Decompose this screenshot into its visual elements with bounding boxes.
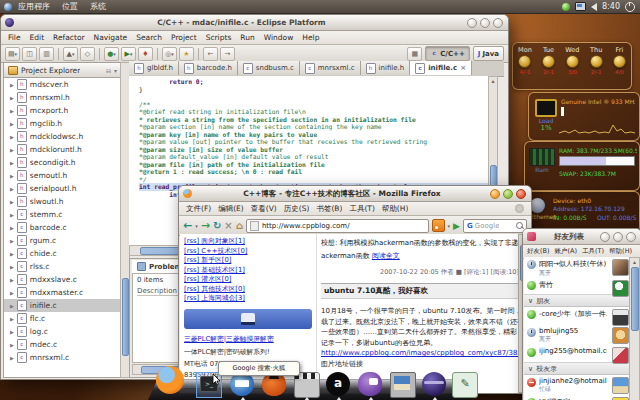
url-bar[interactable]: http://www.cppblog.com/: [246, 219, 429, 233]
forward-button[interactable]: →: [201, 219, 210, 232]
distro-logo-icon[interactable]: [4, 3, 12, 11]
forum-link[interactable]: [rss] C++技术区[0]: [184, 247, 312, 257]
navigate-forward-button[interactable]: →: [220, 47, 235, 61]
menu-window[interactable]: Window: [264, 33, 294, 42]
close-button[interactable]: [493, 18, 503, 28]
buddy-row[interactable]: 阳阳→似人科技(午休)离开: [524, 257, 631, 278]
scrollbar-thumb[interactable]: [122, 278, 129, 356]
buddylist-scrollbar[interactable]: ▴: [629, 257, 640, 400]
forum-link[interactable]: [rss] 灌水区[0]: [184, 275, 312, 285]
tree-item[interactable]: ▶crgum.c: [4, 234, 121, 247]
perspective-cpp[interactable]: cC/C++: [425, 46, 470, 61]
tree-item[interactable]: ▶cmdxxmaster.c: [4, 286, 121, 299]
minimize-button[interactable]: [600, 232, 610, 242]
tree-item[interactable]: ▶cbarcode.c: [4, 221, 121, 234]
eclipse-dock-icon[interactable]: [422, 372, 446, 396]
network-icon[interactable]: [575, 2, 586, 11]
tree-item[interactable]: ▶cmdxxslave.c: [4, 273, 121, 286]
minimize-button[interactable]: [490, 189, 500, 199]
perspective-java[interactable]: JJava: [473, 46, 504, 61]
buddy-row[interactable]: ijing255@hotmail.com: [524, 345, 631, 362]
power-icon[interactable]: [625, 2, 635, 12]
menu-help[interactable]: 帮助(H): [382, 204, 409, 214]
maximize-button[interactable]: [613, 232, 623, 242]
menu-search[interactable]: Search: [136, 33, 162, 42]
close-button[interactable]: [626, 232, 636, 242]
new-class-button[interactable]: ◇: [80, 47, 95, 61]
firefox-titlebar[interactable]: C++博客 - 专注C++技术的博客社区 - Mozilla Firefox: [179, 186, 531, 202]
tree-item[interactable]: ▶cmdec.c: [4, 338, 121, 351]
search-box[interactable]: G Google: [463, 219, 527, 233]
image-viewer-dock-icon[interactable]: [390, 372, 416, 398]
editor-tab[interactable]: cmnrsxml.c: [300, 61, 361, 75]
collapse-all-icon[interactable]: ⊟: [106, 67, 111, 74]
buddy-row[interactable]: UU聊天室 ☺: [524, 395, 631, 400]
open-perspective-button[interactable]: ▦: [407, 47, 422, 61]
external-tools-button[interactable]: ♦: [138, 47, 153, 61]
menu-buddies[interactable]: 好友(B): [527, 247, 550, 256]
tree-item[interactable]: ▶hserialpoutl.h: [4, 182, 121, 195]
ad-link[interactable]: 三菱PLC解密|三菱触摸屏解密: [184, 334, 312, 344]
run-button[interactable]: ▶▾: [121, 47, 136, 61]
menu-run[interactable]: Run: [240, 33, 254, 42]
print-button[interactable]: ▥: [39, 47, 54, 61]
menu-history[interactable]: 历史(S): [284, 204, 310, 214]
menu-edit[interactable]: 编辑(E): [218, 204, 244, 214]
menu-file[interactable]: File: [8, 33, 21, 42]
forum-link[interactable]: [rss] 新手区[0]: [184, 256, 312, 266]
buddy-row[interactable]: 青竹: [524, 278, 631, 294]
menu-system[interactable]: 系统: [84, 0, 112, 13]
tree-item[interactable]: ▶crlss.c: [4, 260, 121, 273]
media-player-dock-icon[interactable]: [294, 372, 320, 398]
volume-icon[interactable]: [591, 3, 597, 11]
menu-navigate[interactable]: Navigate: [94, 33, 128, 42]
tree-item[interactable]: ▶clog.c: [4, 325, 121, 338]
menu-scripts[interactable]: Scripts: [206, 33, 232, 42]
menu-bookmarks[interactable]: 书签(B): [316, 204, 342, 214]
read-more-link[interactable]: 阅读全文: [372, 252, 400, 260]
tree-item[interactable]: ▶hslwoutl.h: [4, 195, 121, 208]
buddy-row[interactable]: bmlujing55离开: [524, 325, 631, 345]
pidgin-dock-icon[interactable]: [358, 372, 382, 396]
forum-link[interactable]: [rss] 面向对象区[1]: [184, 237, 312, 247]
buddylist-titlebar[interactable]: 好友列表: [523, 229, 640, 245]
tree-item[interactable]: ▶hmnrsxml.h: [4, 91, 121, 104]
tree-item[interactable]: ▶hmcxport.h: [4, 104, 121, 117]
menu-refactor[interactable]: Refactor: [53, 33, 84, 42]
close-button[interactable]: [516, 189, 526, 199]
build-button[interactable]: ▲▾: [63, 47, 78, 61]
menu-project[interactable]: Project: [171, 33, 197, 42]
maximize-button[interactable]: [503, 189, 513, 199]
text-editor-dock-icon[interactable]: ✎: [452, 372, 478, 398]
new-button[interactable]: ▤▾: [5, 47, 20, 61]
awn-manager-dock-icon[interactable]: a: [326, 372, 350, 396]
tree-item[interactable]: ▶hmgclib.h: [4, 117, 121, 130]
menu-places[interactable]: 位置: [56, 0, 84, 13]
tree-item[interactable]: ▶cflc.c: [4, 312, 121, 325]
search-icon[interactable]: [516, 222, 523, 229]
minimize-button[interactable]: [467, 18, 477, 28]
firefox-dock-icon[interactable]: [156, 366, 184, 394]
forum-link[interactable]: [rss] 上海同城会[3]: [184, 294, 312, 304]
article-image-link[interactable]: http://www.cppblog.com/images/cppblog_co…: [321, 348, 519, 359]
menu-applications[interactable]: 应用程序: [12, 0, 56, 13]
tree-item[interactable]: ▶hsemoutl.h: [4, 169, 121, 182]
search-button[interactable]: ◎▾: [162, 47, 177, 61]
eclipse-titlebar[interactable]: C/C++ - mdac/inifile.c - Eclipse Platfor…: [1, 15, 508, 31]
menu-help[interactable]: 帮助(H): [609, 247, 632, 256]
article-heading[interactable]: ubuntu 7.10真酷，我好喜欢: [321, 283, 519, 299]
editor-tab-active[interactable]: cinifile.c×: [410, 61, 472, 75]
tree-item[interactable]: ▶cmnrsxml.c: [4, 351, 121, 364]
save-button[interactable]: ◫: [22, 47, 37, 61]
tree-item[interactable]: ▶hmdcklodwsc.h: [4, 130, 121, 143]
debug-button[interactable]: ●▾: [104, 47, 119, 61]
menu-edit[interactable]: Edit: [30, 33, 45, 42]
chevron-down-icon[interactable]: ▾: [195, 223, 198, 229]
forum-link[interactable]: [rss] 基础技术区[1]: [184, 266, 312, 276]
tree-item[interactable]: ▶cstemm.c: [4, 208, 121, 221]
go-button[interactable]: ▶: [453, 221, 460, 231]
feed-icon[interactable]: [432, 219, 445, 232]
bookmark-button[interactable]: ★: [179, 47, 194, 61]
menu-tools[interactable]: 工具(T): [582, 247, 604, 256]
editor-tab[interactable]: csndbusm.c: [238, 61, 300, 75]
